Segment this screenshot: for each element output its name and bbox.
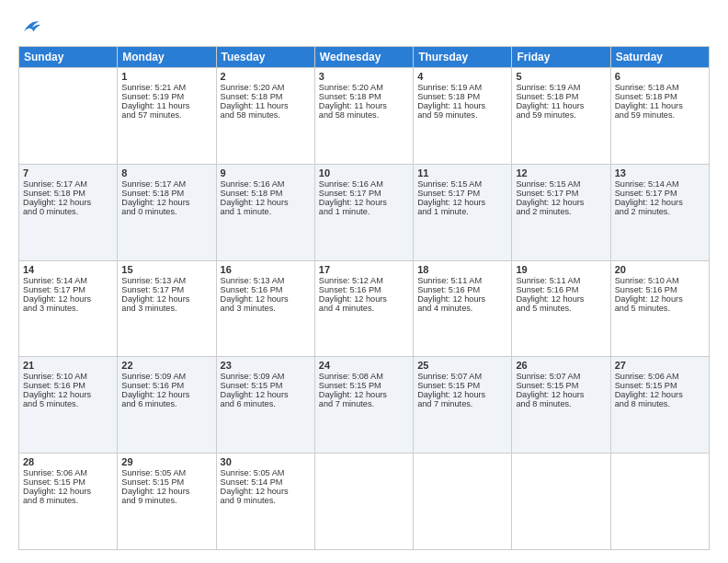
day-info-line: Sunrise: 5:19 AM — [516, 83, 606, 92]
day-number: 26 — [516, 360, 606, 371]
day-info-line: and 1 minute. — [221, 207, 311, 216]
calendar-cell: 27Sunrise: 5:06 AMSunset: 5:15 PMDayligh… — [610, 357, 709, 454]
day-number: 21 — [23, 360, 113, 371]
day-info-line: Sunset: 5:18 PM — [319, 92, 409, 101]
day-info-line: Sunset: 5:17 PM — [417, 189, 507, 198]
day-info-line: and 9 minutes. — [121, 496, 211, 505]
day-info-line: Daylight: 12 hours — [615, 294, 705, 304]
day-info-line: Sunrise: 5:13 AM — [121, 276, 211, 285]
day-info-line: Sunrise: 5:07 AM — [417, 372, 507, 381]
day-number: 8 — [121, 167, 211, 178]
day-info-line: Sunrise: 5:12 AM — [319, 276, 409, 285]
day-info-line: Sunrise: 5:11 AM — [516, 276, 606, 285]
col-header-saturday: Saturday — [610, 47, 709, 68]
day-info-line: Sunrise: 5:10 AM — [23, 372, 113, 381]
calendar-cell: 8Sunrise: 5:17 AMSunset: 5:18 PMDaylight… — [118, 164, 216, 260]
calendar-cell — [314, 454, 413, 550]
day-info-line: Daylight: 12 hours — [23, 198, 113, 207]
day-info-line: and 3 minutes. — [121, 304, 211, 313]
day-info-line: and 8 minutes. — [615, 399, 705, 408]
calendar-cell: 1Sunrise: 5:21 AMSunset: 5:19 PMDaylight… — [118, 68, 216, 165]
day-info-line: Sunset: 5:18 PM — [615, 92, 705, 101]
col-header-wednesday: Wednesday — [314, 47, 413, 68]
col-header-monday: Monday — [118, 47, 216, 68]
day-info-line: and 3 minutes. — [221, 304, 311, 313]
day-info-line: and 8 minutes. — [23, 496, 113, 505]
calendar-cell: 23Sunrise: 5:09 AMSunset: 5:15 PMDayligh… — [216, 357, 314, 454]
calendar-cell — [610, 454, 709, 550]
day-info-line: Sunrise: 5:11 AM — [417, 276, 507, 285]
day-number: 28 — [23, 456, 113, 467]
calendar-cell: 19Sunrise: 5:11 AMSunset: 5:16 PMDayligh… — [512, 260, 610, 357]
day-number: 5 — [516, 71, 606, 82]
header — [18, 17, 710, 37]
day-info-line: and 8 minutes. — [516, 399, 606, 408]
day-info-line: Sunrise: 5:07 AM — [516, 372, 606, 381]
day-info-line: and 5 minutes. — [516, 304, 606, 313]
day-info-line: and 59 minutes. — [516, 110, 606, 120]
day-info-line: Sunrise: 5:15 AM — [417, 179, 507, 189]
day-info-line: Daylight: 11 hours — [516, 101, 606, 110]
day-number: 25 — [417, 360, 507, 371]
calendar-cell — [414, 454, 512, 550]
day-info-line: Sunrise: 5:20 AM — [319, 83, 409, 92]
calendar-cell: 20Sunrise: 5:10 AMSunset: 5:16 PMDayligh… — [610, 260, 709, 357]
day-info-line: Daylight: 11 hours — [417, 101, 507, 110]
calendar-cell: 14Sunrise: 5:14 AMSunset: 5:17 PMDayligh… — [19, 260, 118, 357]
day-number: 19 — [516, 264, 606, 275]
day-info-line: Sunrise: 5:08 AM — [319, 372, 409, 381]
day-info-line: Daylight: 12 hours — [221, 198, 311, 207]
day-info-line: Sunset: 5:15 PM — [121, 477, 211, 487]
day-number: 14 — [23, 264, 113, 275]
calendar-cell — [512, 454, 610, 550]
calendar-cell: 13Sunrise: 5:14 AMSunset: 5:17 PMDayligh… — [610, 164, 709, 260]
day-info-line: Daylight: 12 hours — [516, 294, 606, 304]
day-info-line: Sunset: 5:15 PM — [417, 381, 507, 390]
calendar-cell: 30Sunrise: 5:05 AMSunset: 5:14 PMDayligh… — [216, 454, 314, 550]
day-info-line: Sunset: 5:18 PM — [417, 92, 507, 101]
day-info-line: and 5 minutes. — [615, 304, 705, 313]
day-info-line: and 1 minute. — [319, 207, 409, 216]
day-info-line: Sunset: 5:16 PM — [615, 285, 705, 294]
day-info-line: and 0 minutes. — [23, 207, 113, 216]
day-info-line: Sunrise: 5:18 AM — [615, 83, 705, 92]
col-header-tuesday: Tuesday — [216, 47, 314, 68]
day-number: 24 — [319, 360, 409, 371]
day-number: 20 — [615, 264, 705, 275]
day-info-line: Sunset: 5:16 PM — [417, 285, 507, 294]
day-info-line: Sunset: 5:15 PM — [615, 381, 705, 390]
day-number: 23 — [221, 360, 311, 371]
day-info-line: Sunset: 5:15 PM — [23, 477, 113, 487]
calendar-cell: 6Sunrise: 5:18 AMSunset: 5:18 PMDaylight… — [610, 68, 709, 165]
day-number: 12 — [516, 167, 606, 178]
day-number: 10 — [319, 167, 409, 178]
day-info-line: Sunset: 5:17 PM — [23, 285, 113, 294]
calendar-cell: 11Sunrise: 5:15 AMSunset: 5:17 PMDayligh… — [414, 164, 512, 260]
calendar-cell: 15Sunrise: 5:13 AMSunset: 5:17 PMDayligh… — [118, 260, 216, 357]
day-number: 4 — [417, 71, 507, 82]
calendar-cell: 10Sunrise: 5:16 AMSunset: 5:17 PMDayligh… — [314, 164, 413, 260]
day-info-line: Sunrise: 5:05 AM — [121, 468, 211, 477]
day-info-line: Sunrise: 5:10 AM — [615, 276, 705, 285]
day-info-line: Daylight: 12 hours — [221, 390, 311, 399]
day-info-line: Sunrise: 5:16 AM — [319, 179, 409, 189]
day-info-line: Daylight: 12 hours — [615, 390, 705, 399]
calendar-cell: 2Sunrise: 5:20 AMSunset: 5:18 PMDaylight… — [216, 68, 314, 165]
calendar-cell — [19, 68, 118, 165]
day-info-line: Sunset: 5:16 PM — [516, 285, 606, 294]
calendar-cell: 4Sunrise: 5:19 AMSunset: 5:18 PMDaylight… — [414, 68, 512, 165]
day-info-line: and 3 minutes. — [23, 304, 113, 313]
header-row: SundayMondayTuesdayWednesdayThursdayFrid… — [19, 47, 710, 68]
day-info-line: Daylight: 12 hours — [516, 198, 606, 207]
day-info-line: Sunset: 5:18 PM — [23, 189, 113, 198]
week-row-5: 28Sunrise: 5:06 AMSunset: 5:15 PMDayligh… — [19, 454, 710, 550]
day-info-line: Daylight: 12 hours — [121, 198, 211, 207]
calendar-cell: 26Sunrise: 5:07 AMSunset: 5:15 PMDayligh… — [512, 357, 610, 454]
day-info-line: Sunset: 5:17 PM — [516, 189, 606, 198]
day-info-line: Daylight: 12 hours — [121, 487, 211, 496]
day-info-line: Sunrise: 5:20 AM — [221, 83, 311, 92]
day-info-line: Sunrise: 5:09 AM — [121, 372, 211, 381]
day-info-line: Sunrise: 5:09 AM — [221, 372, 311, 381]
day-info-line: Sunrise: 5:17 AM — [23, 179, 113, 189]
day-number: 9 — [221, 167, 311, 178]
